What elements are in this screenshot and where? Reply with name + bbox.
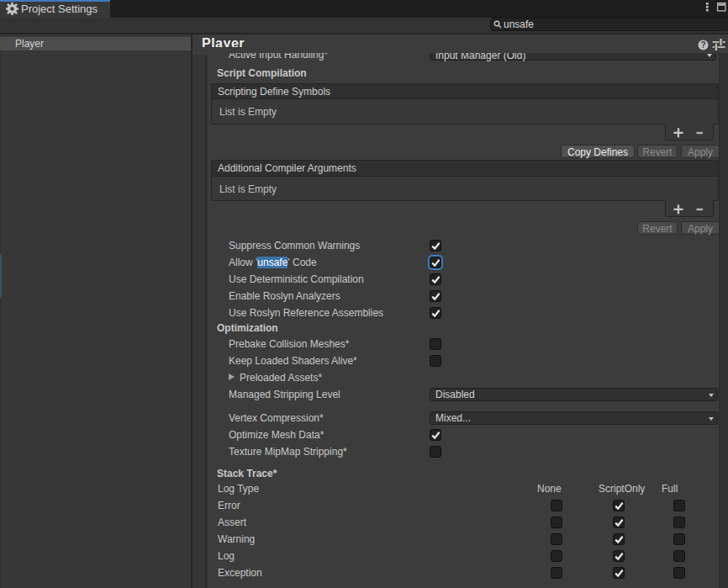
svg-text:?: ? [700,40,705,50]
